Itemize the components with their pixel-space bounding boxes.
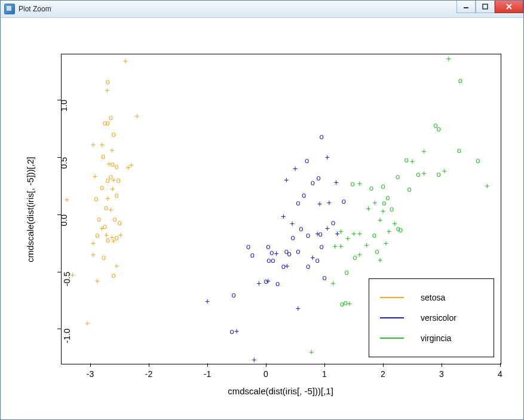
data-point: +: [333, 242, 338, 250]
data-point: +: [372, 198, 377, 207]
data-point: +: [345, 234, 350, 243]
data-point: o: [318, 230, 323, 238]
data-point: o: [296, 199, 300, 207]
x-tick: [383, 363, 384, 367]
data-point: o: [317, 174, 321, 182]
data-point: +: [410, 157, 415, 165]
data-point: +: [65, 195, 69, 204]
data-point: o: [350, 179, 354, 187]
x-tick: [207, 363, 208, 367]
data-point: o: [97, 215, 101, 223]
y-tick-label: 1.0: [59, 100, 69, 111]
maximize-button[interactable]: [476, 1, 495, 13]
legend-label: setosa: [421, 293, 445, 302]
data-point: +: [284, 176, 289, 184]
data-point: o: [331, 219, 335, 226]
data-point: o: [113, 215, 117, 223]
data-point: o: [302, 191, 306, 198]
data-point: o: [405, 155, 409, 163]
data-point: o: [114, 191, 118, 198]
data-point: +: [378, 256, 382, 264]
legend-swatch: [380, 297, 404, 298]
data-point: o: [375, 247, 379, 255]
legend-row: virgincia: [380, 329, 483, 347]
x-tick: [442, 363, 442, 367]
data-point: +: [357, 179, 362, 188]
data-point: +: [109, 146, 114, 154]
data-point: +: [205, 297, 210, 305]
maximize-icon: [482, 4, 488, 10]
data-point: +: [95, 277, 100, 285]
y-tick-label: -1.0: [62, 329, 72, 343]
data-point: o: [396, 173, 400, 180]
data-point: +: [71, 271, 75, 279]
app-window: Plot Zoom -3-2-101234-1.0-0.50.00.51.0cm…: [0, 0, 524, 420]
data-point: +: [309, 348, 314, 356]
data-point: +: [111, 237, 116, 245]
x-tick-label: -1: [204, 369, 211, 379]
data-point: +: [422, 169, 427, 177]
minimize-button[interactable]: [456, 1, 476, 13]
titlebar[interactable]: Plot Zoom: [1, 1, 523, 18]
data-point: +: [384, 239, 388, 247]
data-point: +: [381, 207, 385, 215]
data-point: +: [357, 229, 362, 238]
data-point: o: [112, 130, 116, 138]
data-point: o: [458, 76, 462, 84]
data-point: +: [422, 147, 427, 155]
data-point: o: [372, 231, 376, 239]
window-title: Plot Zoom: [19, 5, 51, 13]
data-point: +: [108, 206, 113, 214]
x-tick: [266, 363, 266, 367]
data-point: +: [366, 204, 370, 213]
x-axis-title: cmdscale(dist(iris[, -5]))[,1]: [228, 386, 333, 396]
data-point: o: [230, 327, 234, 335]
data-point: o: [305, 157, 309, 164]
y-axis-title: cmdscale(dist(iris[, -5]))[,2]: [25, 157, 35, 262]
data-point: o: [299, 224, 303, 232]
data-point: o: [95, 231, 99, 239]
legend-label: versicolor: [421, 313, 456, 323]
data-point: o: [436, 124, 440, 132]
data-point: +: [91, 140, 96, 149]
x-tick-label: 3: [439, 369, 444, 379]
data-point: o: [416, 170, 420, 178]
data-point: +: [281, 212, 286, 220]
data-point: o: [271, 256, 275, 264]
data-point: +: [334, 178, 339, 186]
data-point: o: [246, 243, 250, 250]
data-point: o: [296, 247, 300, 255]
data-point: o: [436, 170, 440, 178]
data-point: o: [381, 182, 385, 189]
data-point: o: [102, 253, 106, 260]
data-point: +: [317, 200, 322, 208]
close-button[interactable]: [495, 1, 523, 13]
data-point: o: [117, 219, 121, 226]
legend-swatch: [380, 338, 404, 339]
data-point: o: [382, 199, 386, 207]
plot-area: -3-2-101234-1.0-0.50.00.51.0cmdscale(dis…: [1, 18, 523, 419]
data-point: o: [342, 197, 346, 204]
data-point: +: [446, 54, 451, 63]
data-point: o: [390, 205, 394, 213]
data-point: +: [114, 262, 119, 270]
data-point: o: [104, 204, 108, 211]
data-point: o: [353, 253, 357, 260]
data-point: +: [118, 231, 123, 239]
data-point: +: [331, 279, 336, 287]
data-point: +: [293, 164, 298, 173]
data-point: +: [256, 279, 261, 287]
legend-row: versicolor: [380, 309, 483, 327]
data-point: o: [319, 133, 323, 140]
data-point: +: [134, 112, 139, 120]
data-point: o: [275, 279, 280, 287]
x-tick: [149, 363, 149, 367]
y-tick-label: 0.5: [59, 157, 69, 168]
data-point: +: [234, 327, 239, 335]
data-point: +: [93, 172, 97, 180]
x-tick-label: 2: [381, 369, 385, 379]
data-point: o: [103, 119, 107, 127]
minimize-icon: [463, 4, 469, 10]
data-point: +: [347, 299, 352, 308]
data-point: +: [364, 241, 369, 249]
